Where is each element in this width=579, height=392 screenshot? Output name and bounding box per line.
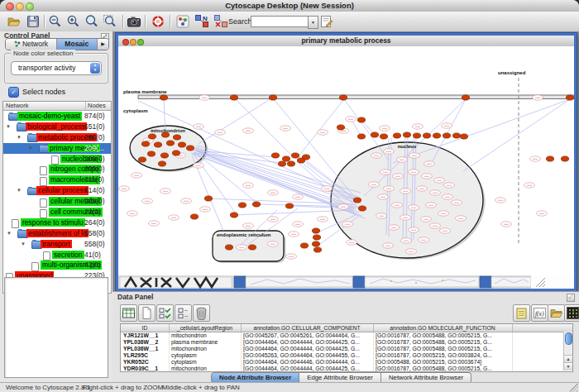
network-node[interactable] [278, 161, 285, 166]
tree-node-label[interactable]: establishment of lo [26, 229, 89, 238]
tree-row[interactable]: mosaic-demo-yeast874(0) [3, 111, 111, 122]
network-node[interactable] [282, 156, 290, 161]
tree-expander-icon[interactable]: ▼ [28, 143, 33, 154]
network-node[interactable] [312, 241, 319, 246]
select-attributes-button[interactable] [156, 304, 174, 322]
scrollbar-thumb[interactable] [565, 332, 572, 345]
tree-node-label[interactable]: response to stimulu [21, 218, 85, 227]
network-node[interactable] [357, 117, 365, 122]
network-node[interactable] [230, 95, 237, 100]
search-dropdown-arrow-icon[interactable]: ▼ [308, 16, 318, 29]
tree-row[interactable]: ▼primary metabo209(... [3, 143, 111, 154]
table-column-header[interactable]: annotation.GO CELLULAR_COMPONENT [241, 324, 374, 332]
network-node[interactable] [313, 247, 321, 252]
tree-row[interactable]: ▼biological_process651(0) [3, 122, 111, 132]
network-node[interactable] [393, 133, 400, 138]
attribute-matrix-button[interactable] [564, 304, 579, 322]
create-network-button[interactable]: N [194, 14, 209, 29]
network-node[interactable] [225, 245, 232, 250]
tab-mosaic[interactable]: Mosaic [57, 39, 98, 50]
attribute-table[interactable]: ID_cellularLayoutRegionannotation.GO CEL… [120, 323, 573, 372]
table-row[interactable]: YLR295Ccytoplasm[GO:0045263, GO:0044464,… [121, 352, 572, 359]
network-node[interactable] [287, 161, 294, 166]
network-node[interactable] [204, 196, 212, 201]
network-node[interactable] [339, 95, 347, 100]
network-node[interactable] [423, 133, 430, 138]
network-node[interactable] [141, 141, 149, 146]
tree-row[interactable]: multi-organism pro42(0) [3, 260, 111, 270]
network-node[interactable] [166, 141, 174, 146]
table-scrollbar[interactable]: ▲ ▼ [563, 332, 572, 370]
unselect-attributes-button[interactable] [175, 304, 192, 322]
network-view-window[interactable]: primary metabolic process plasma membran… [116, 33, 577, 291]
network-node[interactable] [173, 135, 180, 140]
table-row[interactable]: YDR039C__1mitochondrion[GO:0044464, GO:0… [121, 366, 572, 372]
tree-row[interactable]: ▼transport558(0) [3, 239, 111, 250]
tree-node-label[interactable]: cellular process [36, 186, 89, 195]
table-row[interactable]: YJR121W__1mitochondrion[GO:0045267, GO:0… [121, 332, 572, 339]
tree-row[interactable]: cellular metabol209(0) [3, 196, 111, 207]
network-node[interactable] [248, 245, 256, 250]
tree-row[interactable]: ▼establishment of lo558(0) [3, 228, 111, 239]
network-tree-header[interactable]: Network Nodes [3, 102, 111, 111]
tree-node-label[interactable]: biological_process [26, 122, 87, 131]
network-window-titlebar[interactable]: primary metabolic process [118, 36, 574, 47]
network-node[interactable] [380, 134, 387, 139]
tree-expander-icon[interactable]: ▼ [17, 185, 22, 196]
network-node[interactable] [302, 155, 309, 160]
destroy-network-button[interactable] [213, 14, 228, 29]
help-button[interactable] [151, 14, 165, 29]
node-color-dropdown[interactable]: transporter activity ▲▼ [11, 61, 102, 75]
birdseye-view[interactable] [4, 277, 108, 378]
tree-expander-icon[interactable]: ▼ [6, 122, 11, 132]
tree-column-nodes[interactable]: Nodes [85, 102, 106, 110]
network-node[interactable] [313, 235, 320, 240]
network-node[interactable] [443, 133, 450, 138]
advanced-search-button[interactable] [319, 14, 334, 29]
tree-row[interactable]: macromolecule311(0) [3, 174, 111, 185]
open-session-button[interactable] [7, 14, 22, 29]
tree-row[interactable]: ▼metabolic process280(0) [3, 132, 111, 143]
network-node[interactable] [238, 203, 246, 208]
zoom-selected-button[interactable] [84, 14, 99, 29]
app-titlebar[interactable]: Cytoscape Desktop (New Session) [0, 0, 579, 12]
network-node[interactable] [357, 134, 365, 139]
table-column-header[interactable]: annotation.GO MOLECULAR_FUNCTION [373, 324, 513, 332]
table-column-header[interactable]: ID [121, 324, 170, 332]
tree-node-label[interactable]: secretion [52, 251, 84, 260]
attribute-notes-button[interactable] [513, 304, 530, 322]
network-node[interactable] [566, 95, 573, 100]
table-row[interactable]: YKR052Ccytoplasm[GO:0044464, GO:0044446,… [121, 359, 572, 366]
select-nodes-checkbox[interactable]: ✓ [8, 87, 19, 98]
network-node[interactable] [269, 95, 276, 100]
vizmapper-button[interactable] [175, 14, 190, 29]
resize-grip-icon[interactable] [570, 384, 578, 392]
table-row[interactable]: YPL036W__2plasma membrane[GO:0044464, GO… [121, 339, 572, 346]
tree-row[interactable]: nucleobase-209(0) [3, 154, 111, 165]
network-node[interactable] [148, 134, 156, 139]
network-node[interactable] [337, 125, 344, 130]
scroll-down-icon[interactable]: ▼ [564, 362, 572, 370]
network-node[interactable] [186, 146, 194, 151]
search-input[interactable] [251, 16, 310, 27]
network-node[interactable] [312, 228, 319, 233]
network-node[interactable] [178, 142, 185, 147]
zoom-out-button[interactable] [48, 14, 63, 29]
network-node[interactable] [190, 214, 198, 219]
network-node[interactable] [433, 133, 440, 138]
network-node[interactable] [371, 132, 378, 137]
network-node[interactable] [358, 206, 366, 211]
network-node[interactable] [353, 198, 361, 203]
delete-attribute-button[interactable] [193, 304, 210, 322]
float-data-panel-icon[interactable]: ⤢ [567, 294, 575, 302]
save-session-button[interactable] [26, 14, 41, 29]
network-node[interactable] [158, 161, 165, 166]
tree-row[interactable]: ▼cellular process614(0) [3, 185, 111, 196]
network-node[interactable] [300, 243, 308, 248]
tree-row[interactable]: response to stimulu264(0) [3, 218, 111, 228]
network-node[interactable] [252, 202, 260, 207]
tree-row[interactable]: secretion41(0) [3, 250, 111, 261]
network-node[interactable] [172, 151, 179, 155]
network-node[interactable] [413, 133, 420, 138]
network-node[interactable] [460, 134, 467, 139]
